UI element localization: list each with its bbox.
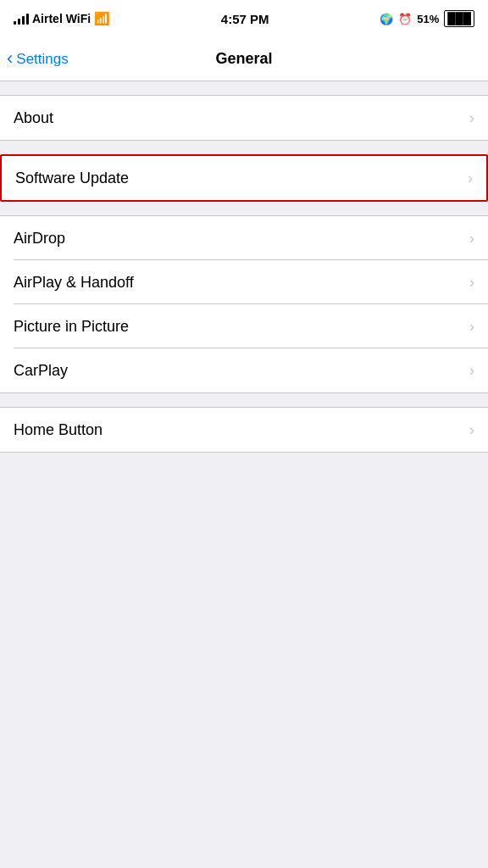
software-update-label: Software Update [15, 170, 129, 187]
page-title: General [215, 50, 272, 68]
settings-group-software-update: Software Update › [0, 154, 488, 202]
home-button-item[interactable]: Home Button › [0, 408, 488, 452]
home-button-label: Home Button [14, 421, 103, 439]
status-bar: Airtel WiFi 📶 4:57 PM 🌍 ⏰ 51% ███ [0, 0, 488, 37]
carplay-label: CarPlay [14, 362, 68, 380]
status-time: 4:57 PM [221, 12, 269, 26]
back-button[interactable]: ‹ Settings [7, 50, 69, 68]
section-group-3: AirDrop › AirPlay & Handoff › Picture in… [0, 215, 488, 393]
settings-group-about: About › [0, 95, 488, 141]
section-group-4: Home Button › [0, 407, 488, 453]
chevron-right-icon: › [469, 230, 474, 248]
section-spacer-1 [0, 141, 488, 154]
chevron-right-icon: › [469, 318, 474, 336]
airplay-handoff-label: AirPlay & Handoff [14, 274, 134, 292]
airdrop-label: AirDrop [14, 230, 65, 248]
chevron-right-icon: › [468, 170, 473, 187]
software-update-item[interactable]: Software Update › [2, 156, 486, 200]
chevron-right-icon: › [469, 362, 474, 380]
status-left: Airtel WiFi 📶 [14, 11, 110, 26]
chevron-right-icon: › [469, 109, 474, 127]
airplay-handoff-item[interactable]: AirPlay & Handoff › [0, 260, 488, 304]
chevron-right-icon: › [469, 274, 474, 292]
status-right: 🌍 ⏰ 51% ███ [380, 10, 474, 27]
battery-icon: ███ [444, 10, 474, 27]
picture-in-picture-item[interactable]: Picture in Picture › [0, 304, 488, 348]
world-clock-icon: 🌍 [380, 13, 393, 25]
chevron-left-icon: ‹ [7, 49, 13, 68]
signal-icon [14, 13, 29, 25]
wifi-icon: 📶 [94, 11, 110, 26]
carplay-item[interactable]: CarPlay › [0, 348, 488, 392]
picture-in-picture-label: Picture in Picture [14, 318, 129, 336]
back-label: Settings [16, 51, 68, 68]
settings-group-home: Home Button › [0, 407, 488, 453]
chevron-right-icon: › [469, 421, 474, 439]
settings-group-connectivity: AirDrop › AirPlay & Handoff › Picture in… [0, 215, 488, 393]
about-item[interactable]: About › [0, 96, 488, 140]
airdrop-item[interactable]: AirDrop › [0, 216, 488, 260]
section-group-1: About › [0, 95, 488, 141]
software-update-wrapper: Software Update › [0, 154, 488, 202]
about-label: About [14, 109, 53, 127]
carrier-label: Airtel WiFi [32, 12, 91, 25]
alarm-icon: ⏰ [398, 13, 412, 25]
battery-label: 51% [417, 13, 439, 25]
nav-bar: ‹ Settings General [0, 37, 488, 81]
